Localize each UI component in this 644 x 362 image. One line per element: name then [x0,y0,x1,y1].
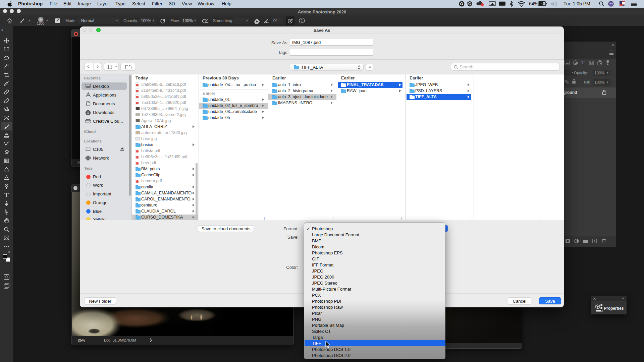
svg-text:PG: PG [623,4,625,6]
